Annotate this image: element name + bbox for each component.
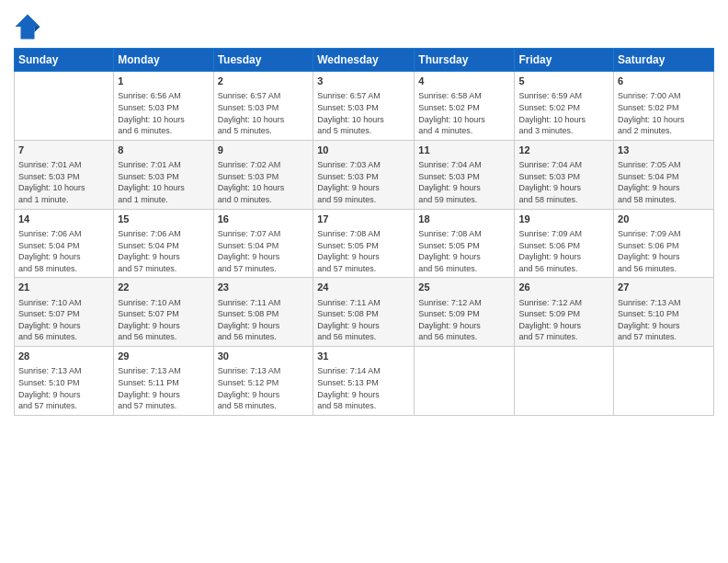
day-number: 27 — [618, 281, 710, 294]
day-number: 31 — [317, 350, 410, 363]
page: SundayMondayTuesdayWednesdayThursdayFrid… — [0, 0, 728, 563]
header — [14, 9, 714, 40]
calendar-cell: 1Sunrise: 6:56 AM Sunset: 5:03 PM Daylig… — [114, 72, 213, 141]
calendar-cell — [15, 72, 114, 141]
calendar-cell: 23Sunrise: 7:11 AM Sunset: 5:08 PM Dayli… — [213, 278, 313, 347]
calendar-cell: 10Sunrise: 7:03 AM Sunset: 5:03 PM Dayli… — [313, 140, 415, 209]
calendar-cell: 4Sunrise: 6:58 AM Sunset: 5:02 PM Daylig… — [415, 72, 515, 141]
cell-info: Sunrise: 7:00 AM Sunset: 5:02 PM Dayligh… — [618, 90, 710, 136]
cell-info: Sunrise: 6:57 AM Sunset: 5:03 PM Dayligh… — [218, 90, 310, 136]
cell-info: Sunrise: 7:11 AM Sunset: 5:08 PM Dayligh… — [218, 297, 310, 343]
day-number: 3 — [317, 75, 410, 88]
calendar-cell: 24Sunrise: 7:11 AM Sunset: 5:08 PM Dayli… — [313, 278, 415, 347]
calendar-cell: 29Sunrise: 7:13 AM Sunset: 5:11 PM Dayli… — [114, 347, 213, 416]
calendar-cell: 9Sunrise: 7:02 AM Sunset: 5:03 PM Daylig… — [213, 140, 313, 209]
calendar-cell: 16Sunrise: 7:07 AM Sunset: 5:04 PM Dayli… — [213, 209, 313, 278]
cell-info: Sunrise: 6:59 AM Sunset: 5:02 PM Dayligh… — [518, 90, 609, 136]
weekday-header: Monday — [114, 49, 213, 72]
day-number: 20 — [618, 213, 710, 226]
calendar-week-row: 1Sunrise: 6:56 AM Sunset: 5:03 PM Daylig… — [15, 72, 714, 141]
cell-info: Sunrise: 7:14 AM Sunset: 5:13 PM Dayligh… — [317, 365, 410, 411]
svg-marker-1 — [35, 27, 40, 32]
cell-info: Sunrise: 6:57 AM Sunset: 5:03 PM Dayligh… — [317, 90, 410, 136]
calendar-cell: 22Sunrise: 7:10 AM Sunset: 5:07 PM Dayli… — [114, 278, 213, 347]
day-number: 9 — [218, 144, 310, 157]
calendar-cell: 15Sunrise: 7:06 AM Sunset: 5:04 PM Dayli… — [114, 209, 213, 278]
day-number: 16 — [218, 213, 310, 226]
cell-info: Sunrise: 7:02 AM Sunset: 5:03 PM Dayligh… — [218, 159, 310, 205]
calendar-cell: 27Sunrise: 7:13 AM Sunset: 5:10 PM Dayli… — [614, 278, 714, 347]
logo-icon — [14, 13, 41, 40]
calendar-cell: 17Sunrise: 7:08 AM Sunset: 5:05 PM Dayli… — [313, 209, 415, 278]
calendar-cell: 26Sunrise: 7:12 AM Sunset: 5:09 PM Dayli… — [515, 278, 614, 347]
weekday-header: Sunday — [15, 49, 114, 72]
cell-info: Sunrise: 7:08 AM Sunset: 5:05 PM Dayligh… — [317, 228, 410, 274]
day-number: 17 — [317, 213, 410, 226]
calendar-cell: 2Sunrise: 6:57 AM Sunset: 5:03 PM Daylig… — [213, 72, 313, 141]
day-number: 25 — [418, 281, 510, 294]
cell-info: Sunrise: 7:11 AM Sunset: 5:08 PM Dayligh… — [317, 297, 410, 343]
cell-info: Sunrise: 6:58 AM Sunset: 5:02 PM Dayligh… — [418, 90, 510, 136]
day-number: 7 — [18, 144, 109, 157]
day-number: 6 — [618, 75, 710, 88]
calendar-cell: 30Sunrise: 7:13 AM Sunset: 5:12 PM Dayli… — [213, 347, 313, 416]
calendar-cell: 12Sunrise: 7:04 AM Sunset: 5:03 PM Dayli… — [515, 140, 614, 209]
calendar-cell: 14Sunrise: 7:06 AM Sunset: 5:04 PM Dayli… — [15, 209, 114, 278]
calendar-cell: 5Sunrise: 6:59 AM Sunset: 5:02 PM Daylig… — [515, 72, 614, 141]
calendar-cell: 18Sunrise: 7:08 AM Sunset: 5:05 PM Dayli… — [415, 209, 515, 278]
weekday-header: Saturday — [614, 49, 714, 72]
day-number: 23 — [218, 281, 310, 294]
calendar-cell: 7Sunrise: 7:01 AM Sunset: 5:03 PM Daylig… — [15, 140, 114, 209]
cell-info: Sunrise: 7:09 AM Sunset: 5:06 PM Dayligh… — [518, 228, 609, 274]
cell-info: Sunrise: 7:10 AM Sunset: 5:07 PM Dayligh… — [18, 297, 109, 343]
day-number: 19 — [518, 213, 609, 226]
cell-info: Sunrise: 7:10 AM Sunset: 5:07 PM Dayligh… — [118, 297, 209, 343]
calendar-cell: 31Sunrise: 7:14 AM Sunset: 5:13 PM Dayli… — [313, 347, 415, 416]
calendar-week-row: 7Sunrise: 7:01 AM Sunset: 5:03 PM Daylig… — [15, 140, 714, 209]
cell-info: Sunrise: 7:13 AM Sunset: 5:12 PM Dayligh… — [218, 365, 310, 411]
cell-info: Sunrise: 7:04 AM Sunset: 5:03 PM Dayligh… — [418, 159, 510, 205]
calendar-cell: 28Sunrise: 7:13 AM Sunset: 5:10 PM Dayli… — [15, 347, 114, 416]
cell-info: Sunrise: 7:13 AM Sunset: 5:10 PM Dayligh… — [618, 297, 710, 343]
day-number: 29 — [118, 350, 209, 363]
day-number: 2 — [218, 75, 310, 88]
day-number: 24 — [317, 281, 410, 294]
logo — [14, 13, 43, 40]
calendar-cell — [415, 347, 515, 416]
day-number: 8 — [118, 144, 209, 157]
calendar-header-row: SundayMondayTuesdayWednesdayThursdayFrid… — [15, 49, 714, 72]
calendar-cell — [515, 347, 614, 416]
calendar-cell: 6Sunrise: 7:00 AM Sunset: 5:02 PM Daylig… — [614, 72, 714, 141]
cell-info: Sunrise: 7:06 AM Sunset: 5:04 PM Dayligh… — [18, 228, 109, 274]
cell-info: Sunrise: 7:07 AM Sunset: 5:04 PM Dayligh… — [218, 228, 310, 274]
calendar-week-row: 28Sunrise: 7:13 AM Sunset: 5:10 PM Dayli… — [15, 347, 714, 416]
cell-info: Sunrise: 7:13 AM Sunset: 5:10 PM Dayligh… — [18, 365, 109, 411]
calendar-cell: 11Sunrise: 7:04 AM Sunset: 5:03 PM Dayli… — [415, 140, 515, 209]
cell-info: Sunrise: 7:01 AM Sunset: 5:03 PM Dayligh… — [18, 159, 109, 205]
calendar-week-row: 14Sunrise: 7:06 AM Sunset: 5:04 PM Dayli… — [15, 209, 714, 278]
calendar-cell: 8Sunrise: 7:01 AM Sunset: 5:03 PM Daylig… — [114, 140, 213, 209]
day-number: 22 — [118, 281, 209, 294]
day-number: 14 — [18, 213, 109, 226]
weekday-header: Friday — [515, 49, 614, 72]
day-number: 21 — [18, 281, 109, 294]
weekday-header: Wednesday — [313, 49, 415, 72]
cell-info: Sunrise: 7:05 AM Sunset: 5:04 PM Dayligh… — [618, 159, 710, 205]
calendar-cell: 19Sunrise: 7:09 AM Sunset: 5:06 PM Dayli… — [515, 209, 614, 278]
calendar-table: SundayMondayTuesdayWednesdayThursdayFrid… — [14, 48, 714, 416]
calendar-week-row: 21Sunrise: 7:10 AM Sunset: 5:07 PM Dayli… — [15, 278, 714, 347]
day-number: 28 — [18, 350, 109, 363]
day-number: 4 — [418, 75, 510, 88]
day-number: 10 — [317, 144, 410, 157]
day-number: 13 — [618, 144, 710, 157]
weekday-header: Tuesday — [213, 49, 313, 72]
day-number: 15 — [118, 213, 209, 226]
cell-info: Sunrise: 7:06 AM Sunset: 5:04 PM Dayligh… — [118, 228, 209, 274]
cell-info: Sunrise: 7:01 AM Sunset: 5:03 PM Dayligh… — [118, 159, 209, 205]
cell-info: Sunrise: 7:03 AM Sunset: 5:03 PM Dayligh… — [317, 159, 410, 205]
cell-info: Sunrise: 7:13 AM Sunset: 5:11 PM Dayligh… — [118, 365, 209, 411]
day-number: 1 — [118, 75, 209, 88]
cell-info: Sunrise: 7:12 AM Sunset: 5:09 PM Dayligh… — [418, 297, 510, 343]
day-number: 18 — [418, 213, 510, 226]
weekday-header: Thursday — [415, 49, 515, 72]
